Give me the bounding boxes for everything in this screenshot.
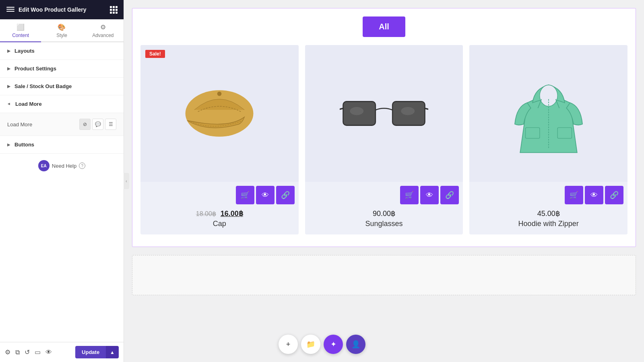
view-btn-cap[interactable]: 👁 xyxy=(256,186,275,204)
svg-line-5 xyxy=(425,108,428,110)
cart-btn-hoodie[interactable]: 🛒 xyxy=(565,186,583,204)
collapse-handle[interactable]: ‹ xyxy=(124,173,129,189)
product-settings-arrow xyxy=(7,66,10,71)
buttons-arrow: ▶ xyxy=(7,142,10,147)
layers-icon[interactable]: ⧉ xyxy=(15,349,20,356)
panel-tabs: ⬜ Content 🎨 Style ⚙ Advanced xyxy=(0,19,124,42)
filter-all-button[interactable]: All xyxy=(363,16,405,37)
svg-point-0 xyxy=(186,90,254,137)
apps-icon[interactable] xyxy=(110,6,117,14)
footer-icons: ⚙ ⧉ ↺ ▭ 👁 xyxy=(5,348,52,356)
section-product-settings[interactable]: Product Settings xyxy=(0,60,124,78)
product-actions-sunglasses: 🛒 👁 🔗 xyxy=(305,182,463,208)
empty-section xyxy=(132,255,636,295)
content-tab-icon: ⬜ xyxy=(17,23,25,31)
ea-badge: EA xyxy=(38,160,50,171)
product-img-sunglasses xyxy=(305,45,463,182)
load-more-list-ctrl[interactable]: ☰ xyxy=(105,119,116,130)
product-actions-hoodie: 🛒 👁 🔗 xyxy=(469,182,627,208)
panel-header-left: Edit Woo Product Gallery xyxy=(6,6,87,13)
sale-badge-cap: Sale! xyxy=(145,50,165,58)
tab-advanced[interactable]: ⚙ Advanced xyxy=(83,19,124,42)
product-info-cap: 18.00฿ 16.00฿ Cap xyxy=(140,208,299,234)
toolbar-magic-button[interactable]: ✦ xyxy=(324,335,343,354)
load-more-row: Load More ⊘ 💬 ☰ xyxy=(7,119,116,130)
toolbar-add-button[interactable]: + xyxy=(279,335,298,354)
load-more-block-ctrl[interactable]: ⊘ xyxy=(79,119,91,130)
tab-content[interactable]: ⬜ Content xyxy=(0,19,41,42)
svg-point-1 xyxy=(217,92,222,96)
sunglasses-image xyxy=(340,89,428,138)
left-panel: Edit Woo Product Gallery ⬜ Content 🎨 Sty… xyxy=(0,0,124,362)
sale-price-cap: 16.00฿ xyxy=(221,210,243,218)
section-sale-badge[interactable]: Sale / Stock Out Badge xyxy=(0,78,124,95)
load-more-content: Load More ⊘ 💬 ☰ xyxy=(0,113,124,136)
filter-row: All xyxy=(140,16,627,37)
update-button[interactable]: Update xyxy=(75,346,106,358)
product-name-cap: Cap xyxy=(145,220,294,228)
eye-icon[interactable]: 👁 xyxy=(45,349,52,356)
view-btn-hoodie[interactable]: 👁 xyxy=(585,186,603,204)
tab-content-label: Content xyxy=(12,33,29,38)
tab-advanced-label: Advanced xyxy=(92,33,114,38)
responsive-icon[interactable]: ▭ xyxy=(35,348,41,356)
panel-header: Edit Woo Product Gallery xyxy=(0,0,124,19)
need-help-row: EA Need Help ? xyxy=(0,154,124,178)
product-price-sunglasses: 90.00฿ xyxy=(310,209,458,218)
product-price-hoodie: 45.00฿ xyxy=(474,209,623,218)
toolbar-folder-button[interactable]: 📁 xyxy=(301,335,320,354)
widget-area: All Sale! xyxy=(132,8,636,247)
product-card-cap: Sale! xyxy=(140,45,299,234)
tab-style[interactable]: 🎨 Style xyxy=(41,19,82,42)
toolbar-avatar-button[interactable]: 👤 xyxy=(346,335,365,354)
load-more-field-label: Load More xyxy=(7,121,32,128)
hamburger-icon[interactable] xyxy=(6,7,14,12)
link-btn-hoodie[interactable]: 🔗 xyxy=(605,186,623,204)
tab-style-label: Style xyxy=(56,33,67,38)
load-more-controls: ⊘ 💬 ☰ xyxy=(79,119,116,130)
bottom-toolbar: + 📁 ✦ 👤 xyxy=(279,335,365,354)
svg-point-7 xyxy=(401,107,415,115)
svg-point-6 xyxy=(350,107,363,115)
advanced-tab-icon: ⚙ xyxy=(100,23,106,31)
section-load-more-label: Load More xyxy=(15,101,42,107)
main-canvas: All Sale! xyxy=(124,0,644,362)
section-buttons-label: Buttons xyxy=(14,142,34,148)
load-more-arrow xyxy=(7,102,11,106)
section-load-more[interactable]: Load More xyxy=(0,95,124,113)
canvas-content: All Sale! xyxy=(124,0,644,362)
price-sunglasses: 90.00฿ xyxy=(373,210,395,218)
section-layouts-label: Layouts xyxy=(14,48,35,54)
cart-btn-cap[interactable]: 🛒 xyxy=(236,186,254,204)
sale-badge-arrow xyxy=(7,84,10,88)
update-arrow-button[interactable]: ▲ xyxy=(106,346,119,358)
product-actions-cap: 🛒 👁 🔗 xyxy=(140,182,299,208)
section-buttons[interactable]: ▶ Buttons xyxy=(0,136,124,154)
original-price-cap: 18.00฿ xyxy=(196,210,216,217)
help-icon[interactable]: ? xyxy=(79,162,85,169)
price-hoodie: 45.00฿ xyxy=(537,210,560,218)
product-img-cap: Sale! xyxy=(140,45,299,182)
layouts-arrow xyxy=(7,49,10,53)
product-img-hoodie xyxy=(469,45,627,182)
cart-btn-sunglasses[interactable]: 🛒 xyxy=(400,186,419,204)
product-card-hoodie: 🛒 👁 🔗 45.00฿ Hoodie with Zipper xyxy=(469,45,627,234)
product-name-sunglasses: Sunglasses xyxy=(310,220,458,228)
link-btn-sunglasses[interactable]: 🔗 xyxy=(440,186,459,204)
product-info-sunglasses: 90.00฿ Sunglasses xyxy=(305,208,463,234)
hoodie-image xyxy=(510,67,587,160)
link-btn-cap[interactable]: 🔗 xyxy=(276,186,295,204)
product-info-hoodie: 45.00฿ Hoodie with Zipper xyxy=(469,208,627,234)
panel-body: Layouts Product Settings Sale / Stock Ou… xyxy=(0,42,124,362)
load-more-message-ctrl[interactable]: 💬 xyxy=(92,119,103,130)
products-grid: Sale! xyxy=(140,45,627,234)
cap-image xyxy=(179,81,260,146)
section-layouts[interactable]: Layouts xyxy=(0,42,124,60)
settings-icon[interactable]: ⚙ xyxy=(5,348,10,356)
history-icon[interactable]: ↺ xyxy=(25,348,30,356)
view-btn-sunglasses[interactable]: 👁 xyxy=(420,186,439,204)
panel-title: Edit Woo Product Gallery xyxy=(19,6,87,13)
need-help-text: Need Help xyxy=(52,163,76,169)
panel-footer: ⚙ ⧉ ↺ ▭ 👁 Update ▲ xyxy=(0,342,124,362)
section-sale-badge-label: Sale / Stock Out Badge xyxy=(14,83,72,89)
